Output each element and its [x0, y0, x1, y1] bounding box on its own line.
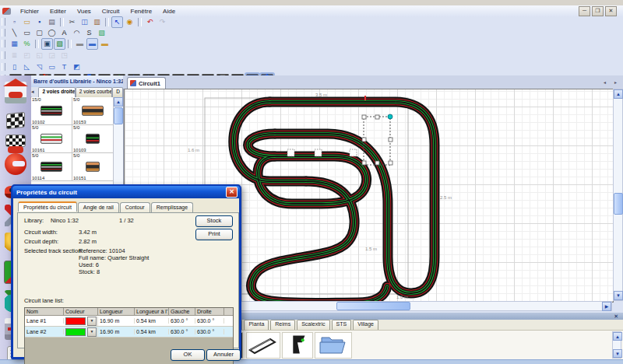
lane-table-header-cell[interactable]: Longueur — [98, 308, 135, 315]
dialog-tab[interactable]: Remplissage — [151, 202, 193, 212]
dialog-tab[interactable]: Angle de rail — [78, 202, 119, 212]
menu-vues[interactable]: Vues — [72, 7, 97, 16]
lane-color-swatch[interactable] — [65, 328, 86, 336]
print-button[interactable]: Print — [195, 229, 233, 240]
fill-icon[interactable]: ◉ — [124, 16, 136, 28]
border-medium-icon[interactable]: ▬ — [86, 38, 98, 50]
tab-scroll-left-icon[interactable]: ◂ — [600, 79, 609, 87]
scale-icon[interactable]: % — [21, 38, 33, 50]
lane-table-header-cell[interactable]: Couleur — [64, 308, 98, 315]
text-icon[interactable]: A — [58, 27, 70, 39]
dialog-tab[interactable]: Contour — [120, 202, 150, 212]
library-piece-cell[interactable]: 5/0 10161 — [31, 125, 72, 153]
rotation-handle[interactable] — [388, 114, 392, 119]
accessories-tab[interactable]: Planta — [244, 320, 269, 330]
scroll-down-icon[interactable]: ▼ — [614, 291, 623, 300]
cancel-button[interactable]: Annuler — [206, 349, 241, 361]
redo-icon[interactable]: ↷ — [157, 16, 168, 28]
library-tab[interactable]: 2 voies droites — [38, 87, 75, 97]
library-piece-cell[interactable]: 15/0 10102 — [31, 97, 72, 125]
layers-icon[interactable]: ▣ — [41, 38, 53, 50]
lane-color-swatch[interactable] — [65, 317, 86, 325]
library-tab-scroll-arrows[interactable]: ◂ ▸ — [31, 87, 38, 97]
accessory-item-controller[interactable] — [282, 332, 313, 359]
accessories-tab[interactable]: Village — [353, 320, 378, 330]
lane-table-row[interactable]: Lane #1 ▼ 16.90 m 0.54 km 630.0 ° 630.0 … — [25, 316, 233, 327]
border-thin-icon[interactable]: ▬ — [74, 38, 86, 50]
library-piece-cell[interactable]: 5/0 10114 — [31, 153, 72, 181]
menu-circuit[interactable]: Circuit — [97, 7, 125, 16]
accessories-scrollbar[interactable]: ▲ ▼ — [612, 331, 621, 359]
border-color-icon[interactable]: ▬ — [99, 38, 111, 50]
tab-scroll-right-icon[interactable]: ▸ — [611, 79, 620, 87]
scroll-up-icon[interactable]: ▲ — [114, 97, 123, 107]
grid-icon[interactable]: ▦ — [9, 38, 20, 50]
ellipse-icon[interactable]: ◯ — [46, 27, 58, 39]
flip-horizontal-icon[interactable]: ◹ — [33, 61, 45, 73]
menu-aide[interactable]: Aide — [157, 7, 181, 16]
dialog-titlebar[interactable]: Propriétés du circuit ✕ — [12, 186, 240, 198]
save-icon[interactable]: ▪ — [33, 16, 45, 28]
h-scroll-thumb[interactable] — [336, 302, 410, 310]
align-icon[interactable]: ≣ — [9, 50, 20, 61]
scroll-right-icon[interactable]: ▶ — [602, 302, 611, 311]
menu-fenetre[interactable]: Fenêtre — [125, 7, 158, 16]
library-piece-cell[interactable]: 5/0 10151 — [72, 153, 114, 181]
library-tab[interactable]: 2 voies courbes — [76, 87, 112, 97]
text-frame-icon[interactable]: T — [58, 61, 70, 73]
helmet-icon[interactable] — [5, 153, 26, 175]
rectangle-icon[interactable]: ▭ — [21, 27, 33, 39]
image-icon[interactable]: ▧ — [96, 27, 107, 39]
curve-icon[interactable]: S — [83, 27, 95, 39]
stock-button[interactable]: Stock — [195, 215, 233, 227]
open-icon[interactable]: ▭ — [21, 16, 33, 28]
checkered-flag-icon[interactable] — [6, 112, 25, 130]
v-scroll-thumb[interactable] — [614, 193, 623, 215]
accessories-tab[interactable]: Scalextric — [297, 320, 329, 330]
library-piece-cell[interactable]: 5/0 10153 — [72, 97, 114, 125]
flip-vertical-icon[interactable]: ▭ — [46, 61, 58, 73]
toolbar-grip[interactable] — [2, 18, 5, 26]
rounded-rectangle-icon[interactable]: ▢ — [33, 27, 45, 39]
accessories-tab[interactable]: Reims — [270, 320, 295, 330]
rotate-left-icon[interactable]: ▯ — [9, 61, 20, 73]
cut-icon[interactable]: ✂ — [66, 16, 78, 28]
copy-icon[interactable]: ◫ — [79, 16, 90, 28]
document-tab-circuit1[interactable]: Circuit1 — [127, 77, 166, 89]
lane-table-row[interactable]: Lane #2 ▼ 16.90 m 0.54 km 630.0 ° 630.0 … — [25, 327, 233, 338]
ungroup-icon[interactable]: ◳ — [58, 50, 70, 61]
race-start-icon[interactable] — [5, 135, 26, 147]
rotate-right-icon[interactable]: ◺ — [21, 61, 33, 73]
lane-table-header-cell[interactable]: Gauche — [169, 308, 195, 315]
accessory-item-track-piece[interactable] — [246, 332, 280, 359]
color-dropdown-icon[interactable]: ▼ — [87, 327, 97, 337]
bring-front-icon[interactable]: ◰ — [21, 50, 33, 61]
arc-icon[interactable]: ◠ — [71, 27, 83, 39]
library-tab[interactable]: D — [112, 87, 123, 97]
toolbar-grip[interactable] — [2, 29, 5, 37]
paste-icon[interactable]: ▥ — [91, 16, 103, 28]
ok-button[interactable]: OK — [171, 349, 205, 361]
toolbar-grip[interactable] — [2, 51, 5, 59]
canvas-vertical-scrollbar[interactable]: ▲ ▼ — [613, 89, 623, 301]
color-dropdown-icon[interactable]: ▼ — [87, 317, 97, 326]
menu-fichier[interactable]: Fichier — [15, 7, 44, 16]
scroll-up-icon[interactable]: ▲ — [614, 89, 623, 99]
child-close-button[interactable]: ✕ — [605, 6, 617, 16]
library-piece-cell[interactable]: 5/0 10103 — [72, 125, 114, 153]
child-restore-button[interactable]: ❐ — [592, 6, 604, 16]
dialog-close-icon[interactable]: ✕ — [226, 187, 238, 198]
new-icon[interactable]: ▫ — [9, 16, 20, 28]
menu-editer[interactable]: Editer — [44, 7, 72, 16]
child-minimize-button[interactable]: ─ — [579, 6, 590, 16]
group-icon[interactable]: ◲ — [46, 50, 58, 61]
lane-table-header-cell[interactable]: Longueur à l'... — [135, 308, 169, 315]
background-image-icon[interactable]: ▧ — [54, 38, 65, 50]
scroll-down-icon[interactable]: ▼ — [613, 349, 622, 358]
undo-icon[interactable]: ↶ — [144, 16, 156, 28]
close-panel-icon[interactable]: ✕ — [614, 313, 618, 320]
scroll-up-icon[interactable]: ▲ — [613, 332, 622, 341]
line-icon[interactable]: ╲ — [9, 27, 20, 39]
garage-icon[interactable] — [5, 82, 26, 103]
duplicate-icon[interactable]: ◩ — [71, 61, 83, 73]
